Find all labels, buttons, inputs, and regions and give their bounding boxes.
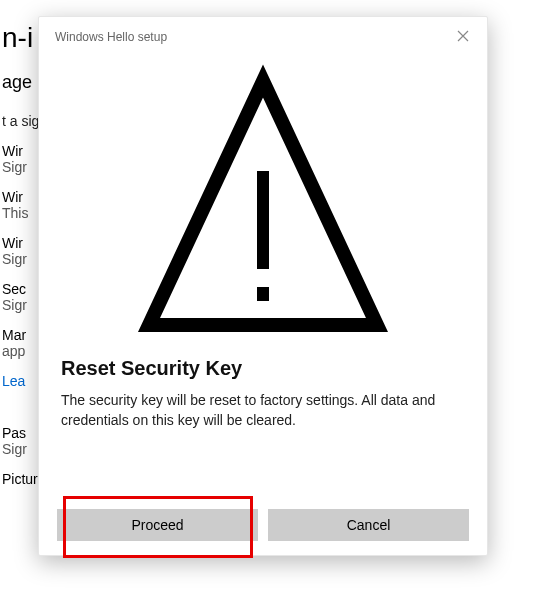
dialog-button-row: Proceed Cancel xyxy=(57,509,469,541)
dialog-body-text: The security key will be reset to factor… xyxy=(61,390,465,431)
cancel-button[interactable]: Cancel xyxy=(268,509,469,541)
svg-rect-1 xyxy=(257,287,269,301)
warning-triangle-icon xyxy=(133,63,393,347)
dialog-heading: Reset Security Key xyxy=(61,357,465,380)
dialog-body: Reset Security Key The security key will… xyxy=(39,347,487,431)
windows-hello-dialog: Windows Hello setup Reset Security Key T… xyxy=(38,16,488,556)
close-icon xyxy=(457,30,469,45)
proceed-button[interactable]: Proceed xyxy=(57,509,258,541)
dialog-title: Windows Hello setup xyxy=(55,30,167,44)
close-button[interactable] xyxy=(453,27,473,47)
dialog-icon-wrap xyxy=(39,63,487,347)
svg-rect-0 xyxy=(257,171,269,269)
dialog-header: Windows Hello setup xyxy=(39,17,487,53)
